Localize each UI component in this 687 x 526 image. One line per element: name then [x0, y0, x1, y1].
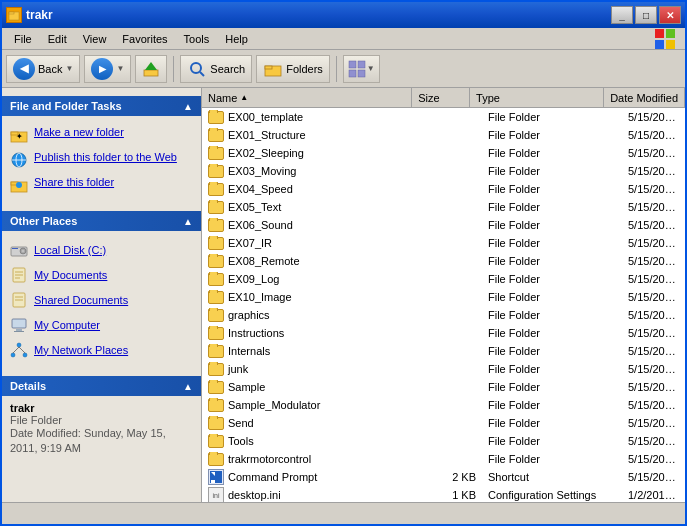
file-date: 5/15/2011 7:39 AM: [622, 128, 685, 142]
svg-line-43: [19, 347, 25, 353]
close-button[interactable]: ✕: [659, 6, 681, 24]
svg-rect-6: [144, 70, 158, 76]
table-row[interactable]: EX03_Moving File Folder 5/15/2011 7:39 A…: [202, 162, 685, 180]
file-type: File Folder: [482, 362, 622, 376]
menu-view[interactable]: View: [75, 31, 115, 47]
col-header-size[interactable]: Size: [412, 88, 470, 107]
table-row[interactable]: Tools File Folder 5/15/2011 7:40 AM: [202, 432, 685, 450]
file-date: 5/15/2011 7:39 AM: [622, 146, 685, 160]
tasks-header[interactable]: File and Folder Tasks ▲: [2, 96, 201, 116]
file-size: [422, 170, 482, 172]
menu-edit[interactable]: Edit: [40, 31, 75, 47]
folder-icon: [208, 327, 224, 340]
shared-documents-icon: [10, 291, 28, 309]
table-row[interactable]: EX10_Image File Folder 5/15/2011 7:39 AM: [202, 288, 685, 306]
table-row[interactable]: EX06_Sound File Folder 5/15/2011 7:39 AM: [202, 216, 685, 234]
table-row[interactable]: ini desktop.ini 1 KB Configuration Setti…: [202, 486, 685, 502]
table-row[interactable]: trakrmotorcontrol File Folder 5/15/2011 …: [202, 450, 685, 468]
table-row[interactable]: EX09_Log File Folder 5/15/2011 7:39 AM: [202, 270, 685, 288]
file-name: EX09_Log: [202, 272, 422, 287]
places-header[interactable]: Other Places ▲: [2, 211, 201, 231]
table-row[interactable]: Send File Folder 5/15/2011 7:39 AM: [202, 414, 685, 432]
disk-icon: [10, 241, 28, 259]
table-row[interactable]: graphics File Folder 5/15/2011 7:39 AM: [202, 306, 685, 324]
file-type: File Folder: [482, 164, 622, 178]
main-content: File and Folder Tasks ▲ ✦ Make a new fol…: [2, 88, 685, 502]
table-row[interactable]: Sample File Folder 5/15/2011 7:39 AM: [202, 378, 685, 396]
table-row[interactable]: Command Prompt 2 KB Shortcut 5/15/2011 9…: [202, 468, 685, 486]
view-dropdown-arrow[interactable]: ▼: [367, 64, 375, 73]
forward-button[interactable]: ▶ ▼: [84, 55, 131, 83]
file-date: 5/15/2011 9:22 AM: [622, 470, 685, 484]
status-bar: [2, 502, 685, 524]
table-row[interactable]: EX07_IR File Folder 5/15/2011 7:39 AM: [202, 234, 685, 252]
table-row[interactable]: EX00_template File Folder 5/15/2011 7:46…: [202, 108, 685, 126]
up-icon: [142, 60, 160, 78]
col-header-name[interactable]: Name ▲: [202, 88, 412, 107]
menu-favorites[interactable]: Favorites: [114, 31, 175, 47]
folder-icon: [208, 273, 224, 286]
menu-tools[interactable]: Tools: [176, 31, 218, 47]
file-name: Sample: [202, 380, 422, 395]
toolbar-separator-2: [336, 56, 337, 82]
file-date: 5/15/2011 7:39 AM: [622, 398, 685, 412]
details-name: trakr: [10, 402, 193, 414]
svg-rect-3: [666, 29, 675, 38]
toolbar: ◀ Back ▼ ▶ ▼ Search: [2, 50, 685, 88]
folder-icon: [208, 453, 224, 466]
place-local-disk[interactable]: Local Disk (C:): [10, 237, 193, 262]
tasks-chevron: ▲: [183, 101, 193, 112]
task-new-folder[interactable]: ✦ Make a new folder: [10, 122, 193, 147]
file-size: [422, 314, 482, 316]
table-row[interactable]: EX02_Sleeping File Folder 5/15/2011 7:39…: [202, 144, 685, 162]
back-button[interactable]: ◀ Back ▼: [6, 55, 80, 83]
place-my-documents[interactable]: My Documents: [10, 262, 193, 287]
file-date: 5/15/2011 7:39 AM: [622, 200, 685, 214]
table-row[interactable]: EX04_Speed File Folder 5/15/2011 7:39 AM: [202, 180, 685, 198]
search-button[interactable]: Search: [180, 55, 252, 83]
documents-icon: [10, 266, 28, 284]
details-body: trakr File Folder Date Modified: Sunday,…: [2, 396, 201, 463]
svg-rect-2: [655, 29, 664, 38]
minimize-button[interactable]: _: [611, 6, 633, 24]
table-row[interactable]: EX01_Structure File Folder 5/15/2011 7:3…: [202, 126, 685, 144]
svg-rect-36: [12, 319, 26, 328]
table-row[interactable]: Sample_Modulator File Folder 5/15/2011 7…: [202, 396, 685, 414]
details-header[interactable]: Details ▲: [2, 376, 201, 396]
details-modified: Date Modified: Sunday, May 15, 2011, 9:1…: [10, 426, 193, 457]
place-network[interactable]: My Network Places: [10, 337, 193, 362]
view-button[interactable]: ▼: [343, 55, 380, 83]
file-type: File Folder: [482, 236, 622, 250]
col-header-type[interactable]: Type: [470, 88, 604, 107]
menu-file[interactable]: File: [6, 31, 40, 47]
menu-help[interactable]: Help: [217, 31, 256, 47]
folders-icon: [263, 59, 283, 79]
place-shared-documents[interactable]: Shared Documents: [10, 287, 193, 312]
file-type: File Folder: [482, 110, 622, 124]
file-date: 5/15/2011 7:39 AM: [622, 182, 685, 196]
file-name: EX10_Image: [202, 290, 422, 305]
file-type: File Folder: [482, 128, 622, 142]
table-row[interactable]: junk File Folder 5/15/2011 7:41 AM: [202, 360, 685, 378]
file-type: File Folder: [482, 218, 622, 232]
table-row[interactable]: EX05_Text File Folder 5/15/2011 7:39 AM: [202, 198, 685, 216]
task-share[interactable]: Share this folder: [10, 172, 193, 197]
computer-icon: [10, 316, 28, 334]
svg-point-8: [191, 63, 201, 73]
column-headers: Name ▲ Size Type Date Modified: [202, 88, 685, 108]
folder-icon: [208, 129, 224, 142]
back-dropdown-arrow[interactable]: ▼: [65, 64, 73, 73]
table-row[interactable]: EX08_Remote File Folder 5/15/2011 7:58 P…: [202, 252, 685, 270]
col-header-date[interactable]: Date Modified: [604, 88, 685, 107]
folder-icon: [208, 147, 224, 160]
forward-dropdown-arrow[interactable]: ▼: [116, 64, 124, 73]
table-row[interactable]: Instructions File Folder 5/15/2011 7:39 …: [202, 324, 685, 342]
maximize-button[interactable]: □: [635, 6, 657, 24]
folders-button[interactable]: Folders: [256, 55, 330, 83]
place-my-computer[interactable]: My Computer: [10, 312, 193, 337]
task-publish[interactable]: Publish this folder to the Web: [10, 147, 193, 172]
up-button[interactable]: [135, 55, 167, 83]
folder-icon: [208, 255, 224, 268]
table-row[interactable]: Internals File Folder 5/15/2011 7:39 AM: [202, 342, 685, 360]
new-folder-icon: ✦: [10, 126, 28, 144]
